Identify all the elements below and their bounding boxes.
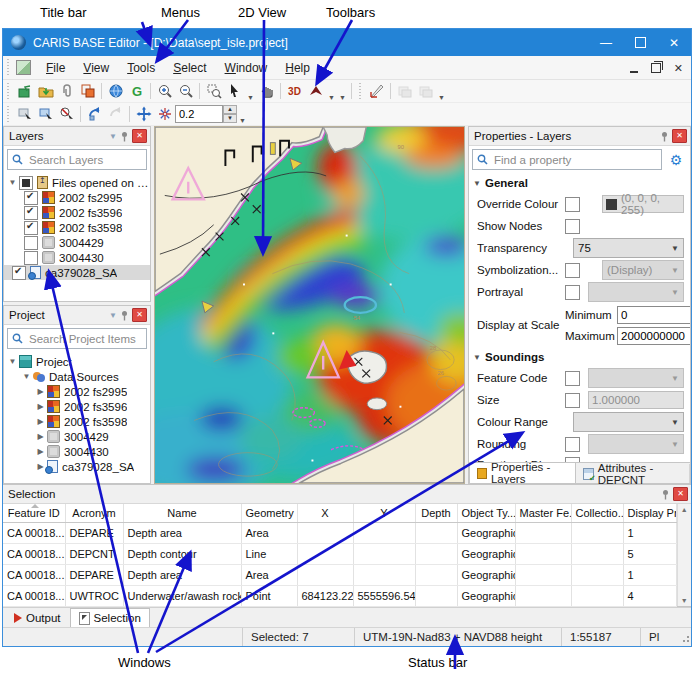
layer-checkbox[interactable] [24, 221, 38, 235]
scale-minimum-input[interactable] [617, 306, 690, 324]
project-item[interactable]: ▼ Project [4, 354, 150, 369]
select-rectangle-icon[interactable] [14, 104, 35, 124]
project-item[interactable]: ▶ 2002 fs3598 [4, 414, 150, 429]
project-item[interactable]: ▼ Data Sources [4, 369, 150, 384]
project-search-input[interactable] [27, 332, 146, 346]
title-bar[interactable]: CARIS BASE Editor - [D:\Data\sept_isle.p… [3, 29, 691, 56]
menu-tools[interactable]: Tools [118, 58, 164, 78]
scroll-down-icon[interactable]: ▼ [681, 597, 688, 604]
layer-item[interactable]: 2002 fs3598 [4, 220, 150, 235]
project-item[interactable]: ▶ 2002 fs2995 [4, 384, 150, 399]
section-soundings[interactable]: ▼Soundings [473, 349, 686, 365]
pin-icon[interactable] [120, 310, 129, 321]
symbolization-checkbox[interactable] [565, 263, 580, 278]
layers-search-input[interactable] [27, 153, 146, 167]
pin-icon[interactable] [120, 131, 129, 142]
move-icon[interactable] [133, 104, 154, 124]
pan-hand-icon[interactable] [256, 81, 277, 101]
feature-code-dropdown[interactable]: ▼ [588, 368, 684, 388]
layers-search[interactable] [7, 149, 147, 170]
mdi-restore-icon[interactable] [651, 63, 661, 73]
expander-icon[interactable]: ▶ [34, 447, 47, 456]
globe-icon[interactable] [105, 81, 126, 101]
selection-panel-header[interactable]: Selection ✕ [3, 485, 691, 504]
toolbar-grip[interactable] [6, 83, 11, 98]
tab-properties-layers[interactable]: Properties - Layers [469, 462, 576, 483]
column-header[interactable]: Geometry [241, 504, 297, 523]
project-item[interactable]: ▶ ca379028_SA [4, 459, 150, 474]
open-folder-icon[interactable] [35, 81, 56, 101]
symbolization-dropdown[interactable]: (Display)▼ [602, 260, 684, 280]
measure-angle-icon[interactable] [366, 81, 387, 101]
tab-output[interactable]: Output [5, 608, 70, 627]
table-row[interactable]: CA 00018...UWTROCUnderwater/awash rockPo… [3, 586, 676, 607]
section-general[interactable]: ▼General [473, 175, 686, 191]
column-header[interactable]: Y [353, 504, 415, 523]
property-search[interactable] [472, 149, 662, 170]
redline-dropdown-icon[interactable]: ▼ [326, 80, 337, 102]
column-header[interactable]: Collectio... [571, 504, 623, 523]
toolbar1-overflow-icon[interactable]: ▼ [337, 80, 348, 102]
redline-pointer-icon[interactable] [305, 81, 326, 101]
zoom-out-icon[interactable] [175, 81, 196, 101]
layer-checkbox[interactable] [24, 191, 38, 205]
layer-item[interactable]: ▼ Files opened on 201... [4, 175, 150, 190]
expander-icon[interactable]: ▼ [20, 372, 33, 381]
rotate-selection-icon[interactable] [105, 104, 126, 124]
mdi-minimize-icon[interactable] [630, 63, 638, 73]
column-header[interactable]: Feature ID [3, 504, 65, 523]
portrayal-dropdown[interactable]: ▼ [588, 282, 684, 302]
layer-checkbox[interactable] [12, 266, 26, 280]
menu-help[interactable]: Help [276, 58, 319, 78]
toolbar-grip2[interactable] [358, 83, 363, 98]
select-area-icon[interactable] [35, 104, 56, 124]
menu-select[interactable]: Select [164, 58, 215, 78]
map-2d-view[interactable]: 54282690 [154, 126, 465, 484]
rounding-dropdown[interactable]: ▼ [588, 434, 684, 454]
project-search[interactable] [7, 328, 147, 349]
project-item[interactable]: ▶ 3004429 [4, 429, 150, 444]
column-header[interactable]: Object Ty... [457, 504, 515, 523]
3d-view-icon[interactable]: 3D [284, 81, 305, 101]
google-earth-icon[interactable]: G [126, 81, 147, 101]
resize-grip[interactable] [679, 628, 691, 646]
reverse-selection-icon[interactable] [84, 104, 105, 124]
paste-layer2-icon[interactable] [415, 81, 436, 101]
zoom-in-icon[interactable] [154, 81, 175, 101]
column-header[interactable]: Acronym [65, 504, 123, 523]
expander-icon[interactable]: ▶ [34, 387, 47, 396]
minimize-button[interactable]: — [589, 29, 623, 56]
size-checkbox[interactable] [565, 393, 580, 408]
pin-icon[interactable] [661, 489, 670, 500]
scale-maximum-input[interactable] [617, 327, 690, 345]
panel-close-icon[interactable]: ✕ [132, 129, 147, 143]
transparency-dropdown[interactable]: 75▼ [573, 238, 684, 258]
spin-up-icon[interactable]: ▲ [223, 105, 237, 114]
menu-view[interactable]: View [74, 58, 118, 78]
table-row[interactable]: CA 00018...DEPAREDepth areaAreaGeographi… [3, 523, 676, 544]
scroll-up-icon[interactable]: ▲ [681, 506, 688, 513]
toolbar2-overflow-icon[interactable]: ▼ [237, 103, 248, 125]
copy-sheets-icon[interactable] [77, 81, 98, 101]
colour-range-dropdown[interactable]: ▼ [573, 412, 684, 432]
layer-item[interactable]: 2002 fs3596 [4, 205, 150, 220]
portrayal-checkbox[interactable] [565, 285, 580, 300]
panel-close-icon[interactable]: ✕ [673, 487, 688, 501]
menu-window[interactable]: Window [216, 58, 277, 78]
column-header[interactable]: Name [123, 504, 241, 523]
tab-attributes-depcnt[interactable]: Attributes - DEPCNT [576, 464, 690, 483]
panel-menu-icon[interactable]: ▼ [109, 132, 117, 141]
vertical-scrollbar[interactable]: ▲ ▼ [677, 504, 692, 606]
maximize-button[interactable] [623, 29, 657, 56]
spin-down-icon[interactable]: ▼ [223, 114, 237, 123]
expander-icon[interactable]: ▶ [34, 402, 47, 411]
expander-icon[interactable]: ▶ [34, 417, 47, 426]
layer-checkbox[interactable] [24, 251, 38, 265]
expander-icon[interactable]: ▼ [6, 178, 19, 187]
status-map-scale[interactable]: 1:55187 [561, 628, 640, 646]
snap-radius-input[interactable] [175, 105, 223, 123]
snap-radius-icon[interactable] [154, 104, 175, 124]
layer-item[interactable]: 3004429 [4, 235, 150, 250]
column-header[interactable]: Display Pr... [623, 504, 676, 523]
layers-panel-header[interactable]: Layers ▼ ✕ [4, 127, 150, 146]
